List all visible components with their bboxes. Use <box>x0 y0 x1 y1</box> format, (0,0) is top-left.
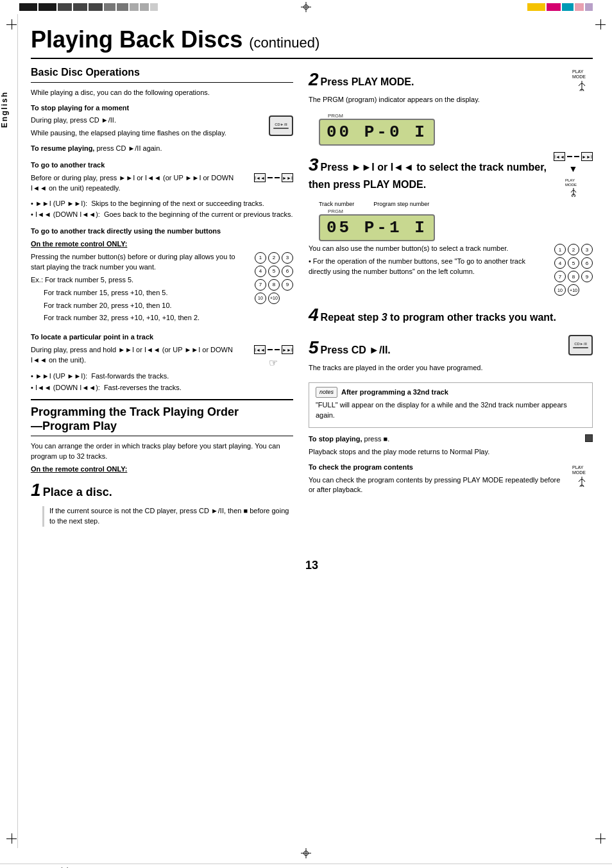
step2-body: The PRGM (program) indicator appears on … <box>309 95 566 105</box>
svg-text:MODE: MODE <box>572 470 586 475</box>
ex4: For track number 32, press +10, +10, +10… <box>44 313 250 323</box>
step2-lcd: 00 P-0 I <box>319 119 435 146</box>
prog-body: You can arrange the order in which track… <box>31 441 293 462</box>
locate-track-title: To locate a particular point in a track <box>31 332 293 343</box>
title-rule <box>31 58 593 59</box>
step2-block: 2 Press PLAY MODE. The PRGM (program) in… <box>309 67 593 146</box>
remote-only-2: On the remote control ONLY: <box>31 464 293 475</box>
step5-body: The tracks are played in the order you h… <box>309 363 563 373</box>
step2-heading: 2 Press PLAY MODE. <box>309 67 566 93</box>
prog-divider <box>31 399 293 400</box>
check-prog-section: To check the program contents You can ch… <box>309 463 593 498</box>
cd-play-icon-stop: CD►/II <box>269 115 293 136</box>
resume-text: To resume playing, press CD ►/II again. <box>31 144 293 154</box>
locate-track-section: To locate a particular point in a track … <box>31 332 293 393</box>
locate-track-body: During play, press and hold ►►I or I◄◄ (… <box>31 345 250 366</box>
svg-text:PLAY: PLAY <box>572 69 584 74</box>
locate-icons: I◄◄ ►►I ☞ <box>254 345 293 369</box>
basic-disc-ops-header: Basic Disc Operations <box>31 67 293 78</box>
footer: 12-14_UX-H100[U].p65 13 04.3.24, 0:02 PM <box>0 864 612 868</box>
stop-playing-section: To stop playing, press ■. Playback stops… <box>309 434 593 457</box>
notes-box: notes After programming a 32nd track "FU… <box>309 382 593 427</box>
page-number: 13 <box>31 559 593 572</box>
check-prog-body: You can check the program contents by pr… <box>309 475 566 496</box>
track-bullet2: • I◄◄ (DOWN I◄◄): Goes back to the begin… <box>31 210 293 219</box>
stop-title: To stop playing for a moment <box>31 103 293 114</box>
step4-block: 4 Repeat step 3 to program other tracks … <box>309 302 593 328</box>
locate-bullet2: • I◄◄ (DOWN I◄◄): Fast-reverses the trac… <box>31 383 293 393</box>
bw-color-blocks <box>19 3 158 11</box>
prog-rule <box>31 436 293 436</box>
svg-text:PLAY: PLAY <box>572 465 584 470</box>
stop-playing-text: To stop playing, press ■. <box>309 434 389 445</box>
remote-only-1: On the remote control ONLY: <box>31 239 293 250</box>
notes-icon: notes <box>316 387 337 398</box>
locate-bullet1: • ►►I (UP ►►I): Fast-forwards the tracks… <box>31 371 293 381</box>
go-to-track-body: Before or during play, press ►►I or I◄◄ … <box>31 173 250 194</box>
basic-ops-intro: While playing a disc, you can do the fol… <box>31 88 293 98</box>
right-column: 2 Press PLAY MODE. The PRGM (program) in… <box>309 67 593 533</box>
num-btn-section: To go to another track directly using th… <box>31 226 293 327</box>
num-btn-body: Pressing the number button(s) before or … <box>31 252 250 273</box>
stop-body1: During play, press CD ►/II. <box>31 115 264 126</box>
step3-note2: • For the operation of the number button… <box>309 257 549 277</box>
step3-lcd-area: Track number Program step number PRGM 05… <box>319 201 593 241</box>
step2-lcd-area: PRGM 00 P-0 I <box>319 113 593 146</box>
stop-button-icon <box>585 434 593 442</box>
num-btn-grid-left: 123 456 789 10 +10 <box>255 252 293 304</box>
step4-heading: 4 Repeat step 3 to program other tracks … <box>309 302 593 328</box>
step1-bullet1: If the current source is not the CD play… <box>49 506 293 527</box>
notes-body1: "FULL" will appear on the display for a … <box>316 400 586 421</box>
ex2: For track number 15, press +10, then 5. <box>44 288 250 298</box>
svg-text:MODE: MODE <box>565 183 577 187</box>
track-bullet1: • ►►I (UP ►►I): Skips to the beginning o… <box>31 199 293 208</box>
side-tab: English <box>0 14 18 848</box>
stop-note: Playback stops and the play mode returns… <box>309 447 593 457</box>
step1-block: 1 Place a disc. If the current source is… <box>31 477 293 526</box>
ex-label: Ex.: For track number 5, press 5. <box>31 275 250 285</box>
step3-block: 3 Press ►►I or I◄◄ to select the track n… <box>309 152 593 296</box>
step3-lcd: 05 P-1 I <box>319 214 435 241</box>
page-title: Playing Back Discs (continued) <box>31 26 319 53</box>
num-btn-grid-right: 123 456 789 10 +10 <box>554 244 593 296</box>
language-label: English <box>0 91 9 128</box>
step3-note-area: You can also use the number button(s) to… <box>309 244 593 296</box>
arrow-buttons-icon: I◄◄ ►►I <box>254 173 293 182</box>
cd-play-icon-5: CD►/II <box>568 335 593 355</box>
play-mode-icon-2: PLAY MODE <box>571 67 593 92</box>
step5-heading: 5 Press CD ►/II. <box>309 335 563 361</box>
basic-ops-rule <box>31 82 293 83</box>
step3-col-labels: Track number Program step number <box>319 201 593 207</box>
svg-text:PLAY: PLAY <box>565 178 575 182</box>
left-column: Basic Disc Operations While playing a di… <box>31 67 293 533</box>
stop-section: To stop playing for a moment During play… <box>31 103 293 155</box>
step1-heading: 1 Place a disc. <box>31 477 293 504</box>
reg-mark-br <box>595 833 606 844</box>
step3-note1: You can also use the number button(s) to… <box>309 244 549 254</box>
notes-title: After programming a 32nd track <box>341 387 448 397</box>
stop-body2: While pausing, the elapsed playing time … <box>31 128 264 139</box>
step2-prgm-label: PRGM <box>328 113 593 119</box>
step3-prgm-label: PRGM <box>328 208 435 214</box>
color-blocks <box>527 3 593 11</box>
play-mode-icon-check: PLAY MODE <box>571 463 593 488</box>
check-prog-title: To check the program contents <box>309 463 566 473</box>
go-to-track-section: To go to another track Before or during … <box>31 160 293 220</box>
go-to-track-title: To go to another track <box>31 160 293 171</box>
step1-indent: If the current source is not the CD play… <box>42 506 293 527</box>
step3-heading: 3 Press ►►I or I◄◄ to select the track n… <box>309 152 550 191</box>
ex3: For track number 20, press +10, then 10. <box>44 301 250 311</box>
step3-nav-icons: I◄◄ ►►I ▼ PLAY MODE <box>554 152 593 197</box>
prog-title: Programming the Track Playing Order —Pro… <box>31 405 293 433</box>
reg-mark-bl <box>6 833 17 844</box>
svg-text:MODE: MODE <box>572 74 586 79</box>
step5-block: 5 Press CD ►/II. The tracks are played i… <box>309 335 593 377</box>
num-btn-title: To go to another track directly using th… <box>31 226 293 237</box>
